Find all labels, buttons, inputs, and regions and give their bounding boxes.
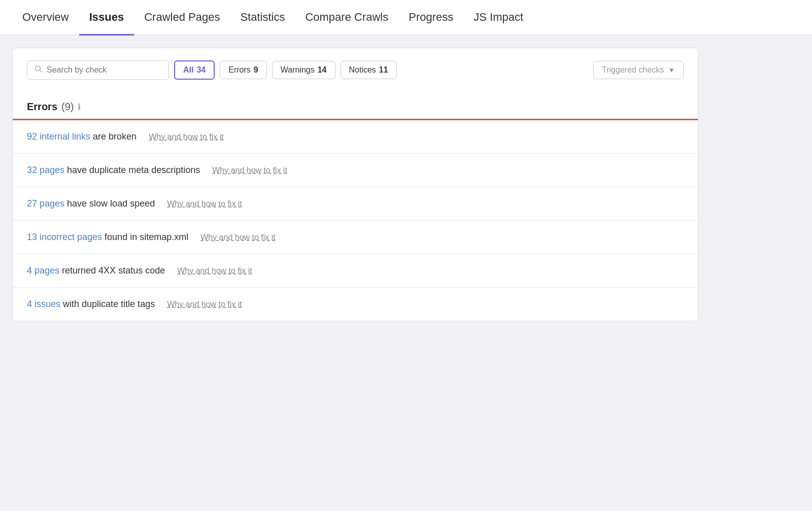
svg-line-1	[40, 71, 42, 73]
errors-count: (9)	[61, 101, 74, 113]
issue-row: 32 pages have duplicate meta description…	[13, 154, 698, 187]
search-input[interactable]	[47, 65, 161, 75]
nav-js-impact[interactable]: JS Impact	[463, 0, 533, 36]
issue-link-1[interactable]: 32 pages	[27, 165, 64, 175]
issue-row: 4 pages returned 4XX status codeWhy and …	[13, 254, 698, 288]
issue-link-2[interactable]: 27 pages	[27, 198, 64, 209]
issue-link-5[interactable]: 4 issues	[27, 299, 60, 309]
fix-link-0[interactable]: Why and how to fix it	[149, 132, 224, 142]
filter-notices-label: Notices	[349, 65, 376, 75]
issue-text-2: 27 pages have slow load speed	[27, 198, 155, 209]
fix-link-5[interactable]: Why and how to fix it	[167, 300, 242, 309]
nav-overview[interactable]: Overview	[12, 0, 79, 36]
nav-statistics[interactable]: Statistics	[230, 0, 295, 36]
nav-issues[interactable]: Issues	[79, 0, 134, 36]
chevron-down-icon: ▼	[668, 66, 675, 74]
issue-link-0[interactable]: 92 internal links	[27, 131, 90, 142]
issue-link-3[interactable]: 13 incorrect pages	[27, 232, 102, 242]
issue-row: 27 pages have slow load speedWhy and how…	[13, 187, 698, 221]
filter-all-button[interactable]: All 34	[174, 60, 215, 80]
fix-link-3[interactable]: Why and how to fix it	[200, 233, 276, 242]
filter-warnings-count: 14	[318, 65, 327, 75]
issue-link-4[interactable]: 4 pages	[27, 265, 59, 276]
info-icon[interactable]: ℹ	[78, 102, 81, 112]
issue-text-0: 92 internal links are broken	[27, 131, 137, 142]
filter-errors-button[interactable]: Errors 9	[220, 61, 266, 79]
filter-notices-button[interactable]: Notices 11	[341, 61, 397, 79]
fix-link-2[interactable]: Why and how to fix it	[167, 199, 242, 209]
issues-card: All 34 Errors 9 Warnings 14 Notices 11 T…	[12, 48, 698, 321]
errors-section-header: Errors (9) ℹ	[13, 92, 698, 119]
issue-text-4: 4 pages returned 4XX status code	[27, 265, 165, 276]
main-content: All 34 Errors 9 Warnings 14 Notices 11 T…	[0, 36, 710, 321]
filter-all-label: All	[183, 65, 193, 75]
issue-row: 4 issues with duplicate title tagsWhy an…	[13, 288, 698, 321]
issue-row: 13 incorrect pages found in sitemap.xmlW…	[13, 221, 698, 254]
filter-warnings-label: Warnings	[281, 65, 315, 75]
top-navigation: Overview Issues Crawled Pages Statistics…	[0, 0, 812, 36]
filter-warnings-button[interactable]: Warnings 14	[272, 61, 335, 79]
issue-text-3: 13 incorrect pages found in sitemap.xml	[27, 232, 188, 243]
filter-errors-label: Errors	[228, 65, 251, 75]
triggered-checks-button[interactable]: Triggered checks ▼	[593, 61, 684, 79]
fix-link-1[interactable]: Why and how to fix it	[212, 166, 287, 175]
triggered-checks-label: Triggered checks	[602, 65, 664, 75]
issue-text-1: 32 pages have duplicate meta description…	[27, 165, 200, 176]
fix-link-4[interactable]: Why and how to fix it	[177, 266, 252, 276]
issue-row: 92 internal links are brokenWhy and how …	[13, 120, 698, 154]
issues-list: 92 internal links are brokenWhy and how …	[13, 120, 698, 321]
search-icon	[35, 65, 43, 75]
errors-title: Errors	[27, 101, 57, 113]
filter-notices-count: 11	[379, 65, 388, 75]
issue-text-5: 4 issues with duplicate title tags	[27, 299, 155, 310]
nav-crawled-pages[interactable]: Crawled Pages	[134, 0, 230, 36]
search-box[interactable]	[27, 60, 169, 80]
nav-progress[interactable]: Progress	[398, 0, 463, 36]
nav-compare-crawls[interactable]: Compare Crawls	[295, 0, 398, 36]
filter-all-count: 34	[196, 65, 206, 75]
filter-bar: All 34 Errors 9 Warnings 14 Notices 11 T…	[13, 48, 698, 92]
filter-errors-count: 9	[254, 65, 258, 75]
